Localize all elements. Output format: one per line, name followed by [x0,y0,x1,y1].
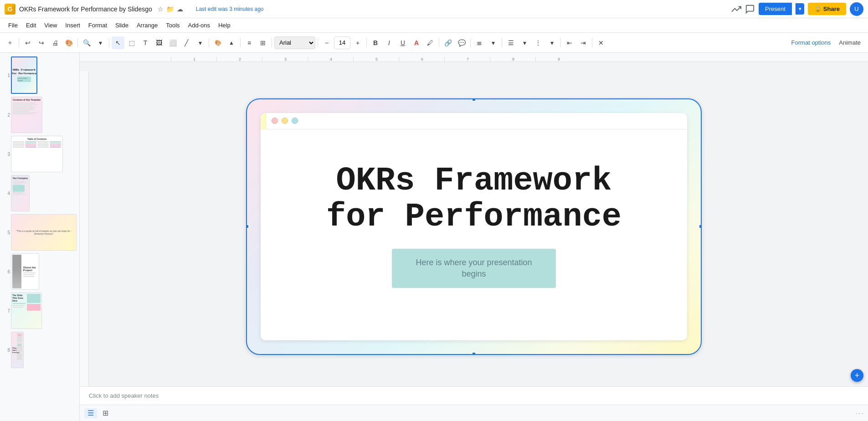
ordered-list-button[interactable]: ☰ [504,36,517,49]
slide-thumbnail-2[interactable]: Contents of this Template [11,97,42,133]
handle-bottom-left[interactable] [246,352,249,355]
line-button[interactable]: ╱ [180,36,193,49]
handle-top-left[interactable] [246,98,249,102]
comment-button[interactable]: 💬 [455,36,468,49]
view-buttons: ☰ ⊞ [84,408,112,418]
slide3-title: Table of Contents [27,138,46,140]
text-button[interactable]: T [139,36,152,49]
underline-button[interactable]: U [396,36,409,49]
handle-bottom-center[interactable] [472,352,476,355]
slide-thumbnail-4[interactable]: Our Company [11,175,30,211]
handle-bottom-right[interactable] [699,352,702,355]
redo-button[interactable]: ↪ [35,36,48,49]
undo-button[interactable]: ↩ [21,36,34,49]
slide-thumbnail-8[interactable]: Stop,Start,Proceed [11,332,24,368]
bold-button[interactable]: B [369,36,382,49]
zoom-dropdown[interactable]: ▾ [94,36,107,49]
image-button[interactable]: 🖼 [153,36,165,49]
present-dropdown-button[interactable]: ▾ [796,3,804,15]
user-avatar: U [850,2,863,16]
animate-button[interactable]: Animate [835,37,864,48]
print-button[interactable]: 🖨 [49,36,62,49]
notes-area[interactable]: Click to add speaker notes [80,386,868,405]
zoom-out-button[interactable]: 🔍 [80,36,93,49]
menu-addons[interactable]: Add-ons [185,20,214,31]
menu-view[interactable]: View [41,20,61,31]
align-center-button[interactable]: ≡ [243,36,256,49]
dot-green [292,118,298,124]
font-size-increase-button[interactable]: + [351,36,364,49]
subtitle-box[interactable]: Here is where your presentation begins [392,249,556,288]
subtitle-text: Here is where your presentation begins [416,258,532,278]
font-family-select[interactable]: Arial [274,36,315,49]
italic-button[interactable]: I [383,36,395,49]
menu-slide[interactable]: Slide [112,20,132,31]
scroll-position: · · · [856,410,863,416]
slide-thumbnail-5[interactable]: "This is a quote as full of wisdom as on… [11,214,77,251]
select-box-button[interactable]: ⬚ [125,36,138,49]
border-color-button[interactable]: ▲ [225,36,238,49]
font-size-decrease-button[interactable]: − [320,36,333,49]
indent-button[interactable]: ⇥ [577,36,590,49]
font-color-button[interactable]: A [410,36,423,49]
shape-button[interactable]: ⬜ [166,36,179,49]
share-button[interactable]: 🔒 Share [808,3,846,15]
browser-topbar [261,113,687,129]
unordered-list-dropdown[interactable]: ▾ [545,36,558,49]
clear-format-button[interactable]: ✕ [595,36,607,49]
browser-body: OKRs Framework for Performance Here is w… [261,129,687,340]
slide-row-7: 7 The Slide Title Goes Here [3,293,77,329]
slide-num-4: 4 [3,191,10,196]
align-left-button[interactable]: ≣ [473,36,486,49]
comment-icon[interactable] [745,4,755,14]
add-button[interactable]: ＋ [4,36,16,49]
handle-top-right[interactable] [699,98,702,102]
slide-thumbnail-1[interactable]: OKRs Frameworkfor Performance presentati… [11,56,37,94]
highlight-button[interactable]: 🖊 [424,36,437,49]
star-icon[interactable]: ☆ [158,5,164,13]
grid-view-button[interactable]: ⊞ [99,408,112,418]
slide-row-4: 4 Our Company [3,175,77,211]
unordered-list-button[interactable]: ⋮ [532,36,544,49]
slide-thumbnail-6[interactable]: About the Project [11,253,39,290]
slide-num-7: 7 [3,308,10,313]
canvas-area: 1 2 3 4 5 6 7 8 9 [80,53,868,421]
slide-title: OKRs Framework for Performance [326,163,621,235]
analytics-icon[interactable] [731,4,741,14]
link-button[interactable]: 🔗 [442,36,454,49]
slide-thumbnail-7[interactable]: The Slide Title Goes Here [11,293,42,329]
handle-mid-right[interactable] [699,224,702,229]
present-button[interactable]: Present [759,3,792,15]
menu-edit[interactable]: Edit [22,20,40,31]
insert-icon[interactable]: + [851,369,863,382]
menu-arrange[interactable]: Arrange [133,20,161,31]
bg-color-button[interactable]: 🎨 [211,36,224,49]
dot-red [272,118,278,124]
last-edit[interactable]: Last edit was 3 minutes ago [196,6,264,12]
folder-icon[interactable]: 📁 [166,5,174,13]
cursor-button[interactable]: ↖ [112,36,124,49]
align-dropdown[interactable]: ▾ [487,36,499,49]
paint-format-button[interactable]: 🎨 [62,36,75,49]
font-size-input[interactable] [334,36,350,49]
handle-top-center[interactable] [472,98,476,102]
align-button-2[interactable]: ⊞ [257,36,269,49]
list-view-button[interactable]: ☰ [84,408,97,418]
menu-tools[interactable]: Tools [162,20,183,31]
slide6-title: About the Project [23,266,37,272]
outdent-button[interactable]: ⇤ [563,36,576,49]
menu-format[interactable]: Format [85,20,111,31]
menu-help[interactable]: Help [215,20,234,31]
dot-yellow [282,118,288,124]
cloud-icon[interactable]: ☁ [177,5,183,13]
slide-main[interactable]: OKRs Framework for Performance Here is w… [246,98,702,355]
slide8-title: Stop,Start,Proceed [12,347,16,354]
menu-file[interactable]: File [5,20,21,31]
handle-mid-left[interactable] [246,224,249,229]
menu-insert[interactable]: Insert [62,20,84,31]
divider-13 [592,38,592,47]
line-dropdown[interactable]: ▾ [194,36,206,49]
ordered-list-dropdown[interactable]: ▾ [518,36,531,49]
format-options-button[interactable]: Format options [788,37,835,48]
slide-thumbnail-3[interactable]: Table of Contents [11,136,63,172]
